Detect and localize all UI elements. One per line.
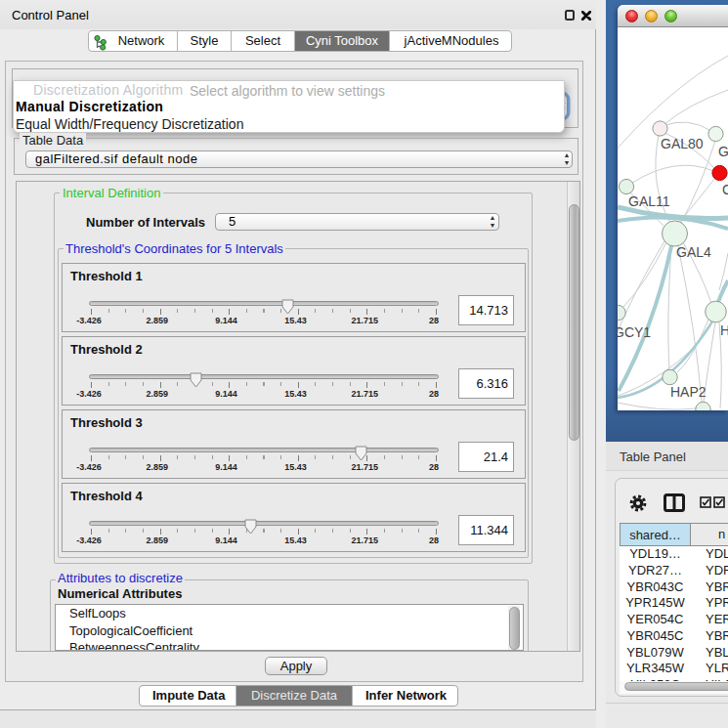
svg-text:HAP2: HAP2 bbox=[670, 384, 707, 400]
svg-text:H: H bbox=[720, 322, 728, 338]
svg-text:C: C bbox=[722, 182, 728, 197]
svg-text:GAL11: GAL11 bbox=[628, 193, 670, 209]
svg-text:GAL80: GAL80 bbox=[661, 136, 704, 151]
svg-text:GCY1: GCY1 bbox=[618, 324, 651, 340]
svg-text:GA: GA bbox=[718, 144, 728, 159]
svg-text:GAL4: GAL4 bbox=[676, 244, 711, 260]
